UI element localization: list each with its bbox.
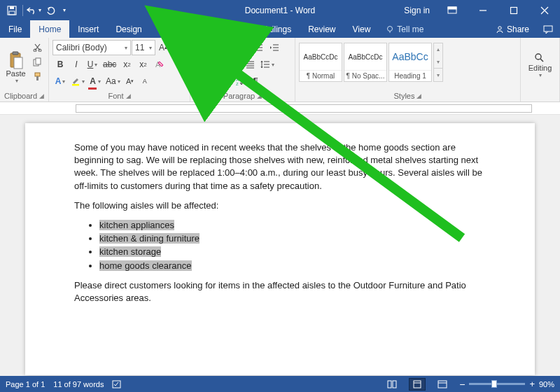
- tell-me-label: Tell me: [397, 24, 424, 34]
- clear-formatting-button[interactable]: A: [151, 57, 167, 72]
- svg-rect-20: [35, 73, 40, 76]
- tab-design[interactable]: Design: [107, 20, 150, 38]
- superscript-button[interactable]: x2: [135, 57, 150, 72]
- page[interactable]: Some of you may have noticed in recent w…: [25, 123, 535, 375]
- zoom-level[interactable]: 90%: [539, 380, 554, 388]
- font-name-combo[interactable]: Calibri (Body)▾: [52, 40, 131, 55]
- svg-rect-4: [448, 7, 456, 9]
- underline-button[interactable]: U▾: [85, 57, 100, 72]
- tab-insert[interactable]: Insert: [69, 20, 107, 38]
- align-center-button[interactable]: [210, 57, 225, 72]
- borders-button[interactable]: ▾: [213, 74, 231, 89]
- decrease-indent-icon: [253, 43, 263, 52]
- strikethrough-button[interactable]: abc: [101, 57, 118, 72]
- shading-button[interactable]: ▾: [194, 74, 212, 89]
- align-right-button[interactable]: [226, 57, 241, 72]
- clipboard-dialog-launcher-icon[interactable]: ◢: [39, 92, 44, 99]
- style-normal[interactable]: AaBbCcDc¶ Normal: [299, 43, 342, 82]
- undo-icon[interactable]: ▾: [26, 3, 41, 18]
- numbering-button[interactable]: 123▾: [213, 40, 231, 55]
- tab-layout[interactable]: Layout: [150, 20, 192, 38]
- group-label-styles: Styles: [394, 92, 415, 100]
- document-area: Some of you may have noticed in recent w…: [0, 115, 560, 376]
- zoom-control: − + 90%: [459, 379, 554, 390]
- sort-button[interactable]: AZ: [232, 74, 247, 89]
- copy-button[interactable]: [29, 55, 45, 69]
- italic-button[interactable]: I: [69, 57, 84, 72]
- comments-pane-icon[interactable]: [536, 20, 560, 38]
- tab-file[interactable]: File: [0, 20, 30, 38]
- paragraph-dialog-launcher-icon[interactable]: ◢: [257, 92, 262, 99]
- redo-icon[interactable]: [43, 3, 58, 18]
- styles-gallery-scroll[interactable]: ▴▾▾: [433, 43, 443, 82]
- style-no-spacing[interactable]: AaBbCcDc¶ No Spac...: [344, 43, 387, 82]
- increase-indent-button[interactable]: [267, 40, 282, 55]
- tab-mailings[interactable]: Mailings: [252, 20, 300, 38]
- numbering-icon: 123: [215, 43, 225, 52]
- maximize-button[interactable]: [498, 0, 529, 20]
- svg-rect-14: [13, 52, 18, 55]
- svg-text:3: 3: [215, 48, 217, 52]
- font-size-combo[interactable]: 11▾: [132, 40, 155, 55]
- zoom-slider[interactable]: [469, 383, 525, 385]
- find-icon: [534, 52, 545, 64]
- bullets-button[interactable]: ▾: [194, 40, 212, 55]
- tab-home[interactable]: Home: [30, 20, 69, 38]
- style-heading-1[interactable]: AaBbCcHeading 1: [388, 43, 432, 82]
- highlight-button[interactable]: ▾: [69, 74, 87, 89]
- shrink-font-button[interactable]: A▾: [123, 74, 137, 88]
- svg-rect-19: [36, 58, 41, 64]
- sign-in-link[interactable]: Sign in: [397, 6, 437, 15]
- show-marks-button[interactable]: ¶: [248, 74, 263, 89]
- copy-icon: [33, 57, 42, 66]
- decrease-indent-button[interactable]: [251, 40, 266, 55]
- format-painter-button[interactable]: [29, 69, 45, 83]
- status-word-count[interactable]: 11 of 97 words: [53, 380, 104, 388]
- font-dialog-launcher-icon[interactable]: ◢: [126, 92, 131, 99]
- list-item: home goods clearance: [99, 260, 486, 272]
- share-button[interactable]: Share: [489, 20, 536, 38]
- save-icon[interactable]: [4, 3, 20, 18]
- multilevel-list-button[interactable]: ▾: [232, 40, 250, 55]
- close-button[interactable]: [529, 0, 560, 20]
- horizontal-ruler[interactable]: [0, 102, 560, 115]
- bold-button[interactable]: B: [52, 57, 68, 72]
- line-spacing-button[interactable]: ▾: [258, 57, 276, 72]
- tab-references[interactable]: References: [192, 20, 252, 38]
- share-icon: [496, 25, 504, 34]
- print-layout-button[interactable]: [409, 378, 426, 391]
- grow-font2-button[interactable]: A: [138, 74, 152, 88]
- styles-dialog-launcher-icon[interactable]: ◢: [416, 92, 421, 99]
- tab-review[interactable]: Review: [300, 20, 344, 38]
- read-mode-button[interactable]: [384, 378, 400, 391]
- group-paragraph: ▾ 123▾ ▾ ▾ ▾ ▾ AZ ¶: [190, 38, 295, 102]
- align-right-icon: [230, 61, 239, 69]
- align-left-button[interactable]: [194, 57, 209, 72]
- sort-icon: AZ: [235, 77, 244, 85]
- grow-font-button[interactable]: A▴: [156, 41, 170, 55]
- svg-rect-12: [544, 26, 552, 31]
- paste-button[interactable]: Paste ▾: [4, 40, 28, 86]
- tab-view[interactable]: View: [344, 20, 379, 38]
- tell-me-search[interactable]: Tell me: [379, 20, 430, 38]
- spellcheck-icon[interactable]: [112, 379, 123, 389]
- qat-customize-icon[interactable]: ▾: [59, 3, 69, 18]
- justify-button[interactable]: [242, 57, 258, 72]
- bullets-icon: [196, 43, 206, 52]
- ribbon-display-options-icon[interactable]: [437, 0, 468, 20]
- minimize-button[interactable]: [468, 0, 498, 20]
- font-color-button[interactable]: A▾: [88, 74, 103, 89]
- zoom-in-button[interactable]: +: [529, 379, 535, 389]
- subscript-button[interactable]: x2: [119, 57, 134, 72]
- change-case-button[interactable]: Aa▾: [104, 74, 122, 89]
- editing-menu-button[interactable]: Editing ▾: [526, 52, 554, 79]
- zoom-out-button[interactable]: −: [459, 379, 465, 390]
- highlight-icon: [71, 76, 80, 86]
- cut-button[interactable]: [29, 40, 45, 54]
- text-effects-button[interactable]: A▾: [52, 74, 68, 89]
- svg-rect-6: [511, 7, 517, 13]
- status-page[interactable]: Page 1 of 1: [6, 380, 45, 388]
- list-item: kitchen storage: [99, 246, 486, 258]
- web-layout-button[interactable]: [434, 378, 451, 391]
- svg-text:Z: Z: [236, 82, 239, 85]
